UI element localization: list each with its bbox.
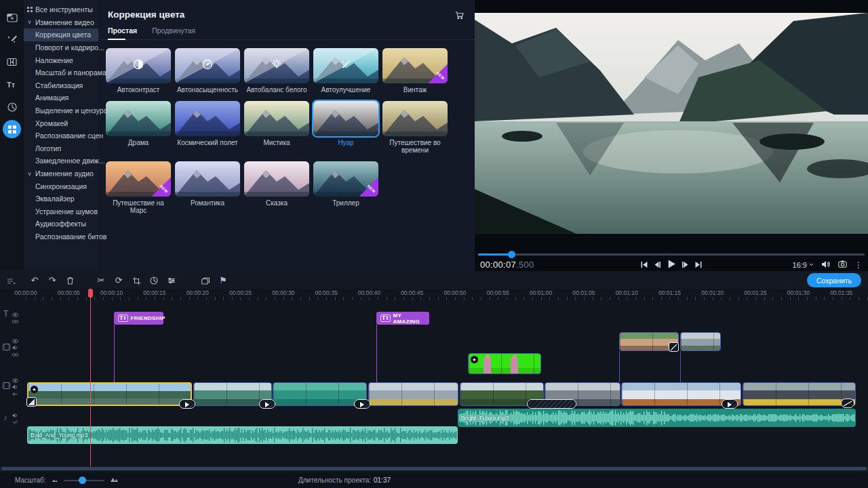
filter-card[interactable]: Драма	[104, 101, 173, 155]
split-button[interactable]: ✂	[92, 275, 110, 285]
sidebar-item[interactable]: Эквалайзер	[24, 192, 98, 205]
zoom-in-icon[interactable]	[110, 476, 119, 484]
timeline-ruler[interactable]: 00:00:0000:00:0500:00:1000:00:1500:00:20…	[0, 289, 868, 300]
zoom-slider[interactable]	[64, 480, 104, 481]
filters-icon[interactable]	[3, 30, 21, 49]
tab-simple[interactable]: Простая	[108, 26, 137, 39]
sidebar-item[interactable]: Наложение	[24, 54, 98, 66]
filter-card[interactable]: NEWВинтаж	[380, 48, 450, 94]
stickers-icon[interactable]	[3, 98, 21, 116]
clip-walk[interactable]	[680, 332, 721, 351]
sidebar-item[interactable]: Хромакей	[24, 117, 98, 129]
save-button[interactable]: Сохранить	[807, 273, 861, 287]
filter-thumbnail[interactable]	[313, 48, 378, 83]
audio-clip[interactable]: Bold_And_Young.mp3	[27, 426, 458, 444]
filter-card[interactable]: Автоконтраст	[104, 48, 173, 94]
sidebar-item[interactable]: Аудиоэффекты	[24, 218, 98, 230]
transition-badge[interactable]	[354, 399, 370, 409]
skip-end-button[interactable]	[695, 259, 703, 271]
sidebar-item[interactable]: ∨Изменение видео	[24, 16, 98, 29]
transitions-icon[interactable]	[3, 53, 21, 71]
add-track-icon[interactable]	[7, 276, 16, 288]
marker-button[interactable]: ⚑	[214, 275, 232, 285]
filter-card[interactable]: Романтика	[173, 161, 242, 215]
filter-thumbnail[interactable]: NEW	[382, 48, 448, 83]
filter-card[interactable]: NEWПутешествие на Марс	[104, 161, 173, 215]
transition-badge[interactable]	[722, 399, 738, 409]
corner-transition-badge[interactable]	[669, 342, 679, 352]
crop-button[interactable]	[127, 275, 145, 285]
sidebar-item[interactable]: Распознавание сцен	[24, 129, 98, 142]
volume-icon[interactable]	[821, 260, 831, 270]
filter-card[interactable]: Путешествие во времени	[380, 101, 450, 155]
clip-raft[interactable]	[743, 382, 856, 406]
zoom-out-icon[interactable]	[52, 476, 58, 484]
more-options-icon[interactable]: ⋮	[854, 260, 863, 270]
filter-thumbnail[interactable]	[106, 48, 171, 83]
filter-thumbnail[interactable]	[244, 101, 309, 136]
sidebar-item[interactable]: Стабилизация	[24, 79, 98, 92]
long-transition-badge[interactable]	[527, 399, 576, 409]
filter-thumbnail[interactable]	[175, 101, 240, 136]
more-tools-icon[interactable]	[3, 120, 21, 138]
horizontal-scrollbar[interactable]	[0, 466, 868, 471]
zoom-slider-handle[interactable]	[79, 476, 86, 484]
filter-thumbnail[interactable]	[175, 48, 240, 83]
sidebar-item[interactable]: Логотип	[24, 142, 98, 155]
sidebar-item[interactable]: Коррекция цвета	[24, 28, 98, 41]
undo-button[interactable]: ↶	[26, 275, 43, 285]
scrollbar-thumb[interactable]	[1, 467, 867, 470]
sidebar-item[interactable]: Устранение шумов	[24, 205, 98, 218]
sidebar-item[interactable]: Поворот и кадриро...	[24, 41, 98, 54]
delete-button[interactable]	[61, 275, 79, 285]
clip-lake[interactable]: ★	[27, 382, 192, 406]
tab-advanced[interactable]: Продвинутая	[152, 26, 195, 39]
sidebar-item[interactable]: Замедленное движ...	[24, 155, 98, 167]
fade-transition-badge[interactable]	[841, 399, 854, 408]
sidebar-item[interactable]: Все инструменты	[24, 3, 98, 16]
playhead[interactable]	[90, 289, 91, 466]
import-icon[interactable]	[3, 8, 21, 26]
seek-bar[interactable]	[475, 250, 868, 258]
filter-thumbnail[interactable]	[382, 101, 448, 136]
filter-card[interactable]: Автонасыщенность	[173, 48, 242, 94]
title-clip[interactable]: TтFRIENDSHIP	[114, 312, 163, 325]
playhead-handle[interactable]	[88, 289, 93, 298]
redo-button[interactable]: ↷	[43, 275, 61, 285]
seek-track[interactable]	[478, 253, 865, 256]
transition-badge[interactable]	[179, 399, 195, 409]
sidebar-item[interactable]: Масштаб и панорама	[24, 66, 98, 79]
snapshot-icon[interactable]	[838, 260, 847, 269]
filter-card[interactable]: Мистика	[242, 101, 311, 155]
filter-card[interactable]: NEWТриллер	[311, 161, 380, 215]
play-button[interactable]	[667, 259, 676, 271]
clip-hike[interactable]	[368, 382, 458, 406]
sidebar-item[interactable]: Синхронизация	[24, 180, 98, 192]
filter-thumbnail[interactable]	[106, 101, 171, 136]
cart-icon[interactable]	[455, 10, 464, 22]
filter-thumbnail[interactable]: NEW	[106, 161, 171, 197]
filter-thumbnail[interactable]	[175, 161, 240, 197]
audio-clip[interactable]: Bright_Future.mp3	[458, 409, 856, 427]
filter-card[interactable]: Сказка	[242, 161, 311, 215]
sidebar-item[interactable]: Анимация	[24, 92, 98, 104]
sidebar-item[interactable]: ∨Изменение аудио	[24, 167, 98, 180]
clip-chroma[interactable]: ★	[468, 353, 541, 374]
transition-badge[interactable]	[259, 399, 275, 409]
rotate-button[interactable]: ⟳	[110, 275, 127, 285]
filter-card[interactable]: Автобаланс белого	[242, 48, 311, 94]
overlay-panel-button[interactable]	[197, 275, 214, 285]
sidebar-item[interactable]: Распознавание битов	[24, 230, 98, 243]
clip-kayak[interactable]	[273, 382, 367, 406]
clip-properties-button[interactable]	[163, 275, 180, 285]
filter-card[interactable]: Космический полет	[173, 101, 242, 155]
seek-handle[interactable]	[508, 251, 515, 258]
color-adjust-button[interactable]	[145, 275, 163, 285]
sidebar-item[interactable]: Выделение и цензура	[24, 104, 98, 117]
filter-card[interactable]: Автоулучшение	[311, 48, 380, 94]
filter-thumbnail[interactable]	[244, 48, 309, 83]
corner-transition-badge[interactable]	[26, 397, 37, 407]
filter-thumbnail[interactable]	[313, 101, 378, 136]
filter-thumbnail[interactable]	[244, 161, 309, 197]
skip-start-button[interactable]	[641, 259, 648, 271]
